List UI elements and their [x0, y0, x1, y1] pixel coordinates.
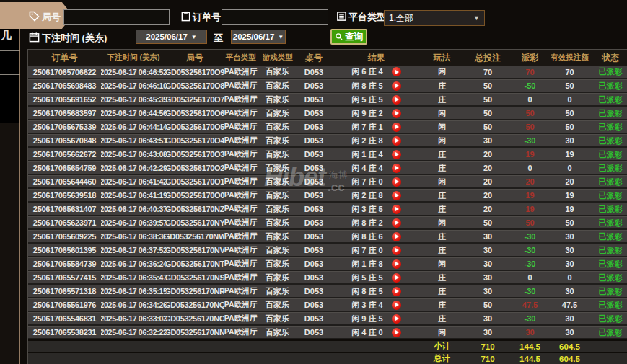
- cell-valid-bet: 30: [546, 231, 593, 242]
- replay-video-icon[interactable]: [392, 191, 401, 200]
- cell-play: 闲: [422, 217, 462, 228]
- total-row: 总计 710 144.5 604.5: [28, 353, 627, 364]
- search-button[interactable]: 查询: [330, 29, 367, 45]
- cell-table-no: D053: [297, 190, 330, 201]
- cell-game-type: 百家乐: [258, 66, 297, 78]
- replay-video-icon[interactable]: [392, 205, 401, 214]
- cell-order-no: 250617065577415: [28, 272, 101, 283]
- replay-video-icon[interactable]: [392, 232, 401, 241]
- result-score: 闲 8 庄 5: [351, 81, 382, 92]
- cell-result: 闲 9 庄 5: [330, 313, 422, 324]
- cell-order-no: 250617065623971: [28, 217, 101, 228]
- cell-result: 闲 7 庄 0: [330, 176, 422, 187]
- table-row: 250617065683597 2025-06-17 06:44:56 GD05…: [28, 107, 627, 120]
- cell-status: 已派彩: [593, 231, 627, 242]
- cell-platform: PA欧洲厅: [224, 66, 258, 78]
- date-to-select[interactable]: 2025/06/17 ▼: [231, 30, 286, 44]
- sidebar-item-partial[interactable]: 几: [1, 29, 12, 43]
- clipboard-icon: [180, 11, 191, 22]
- result-score: 闲 4 庄 4: [351, 163, 382, 174]
- cell-table-no: D053: [297, 203, 330, 215]
- cell-payout: -30: [514, 313, 546, 324]
- cell-order-no: 250617065698483: [28, 80, 101, 92]
- cell-valid-bet: 19: [546, 203, 593, 215]
- result-score: 闲 1 庄 8: [351, 259, 382, 270]
- cell-game-type: 百家乐: [258, 244, 297, 256]
- replay-video-icon[interactable]: [392, 67, 401, 76]
- replay-video-icon[interactable]: [392, 136, 401, 146]
- cell-order-no: 250617065644460: [28, 176, 101, 187]
- cell-play: 庄: [422, 313, 462, 324]
- table-body: 250617065706622 2025-06-17 06:46:52 GD05…: [28, 66, 627, 339]
- replay-video-icon[interactable]: [392, 81, 401, 91]
- cell-payout: 50: [514, 217, 546, 228]
- cell-game-type: 百家乐: [258, 217, 297, 228]
- replay-video-icon[interactable]: [392, 150, 401, 159]
- game-no-input[interactable]: [63, 9, 170, 25]
- cell-valid-bet: 50: [546, 217, 593, 228]
- cell-payout: 47.5: [514, 299, 546, 311]
- col-header-valid-bet: 有效投注额: [546, 50, 593, 66]
- platform-type-select[interactable]: 1.全部 ▼: [384, 10, 485, 26]
- cell-game-type: 百家乐: [258, 121, 297, 133]
- cell-payout: 19: [514, 148, 546, 160]
- cell-game-no: GD053256170NR: [166, 285, 224, 297]
- cell-bet-time: 2025-06-17 06:35:47: [101, 272, 166, 283]
- sidebar-divider: [0, 99, 20, 99]
- cell-status: 已派彩: [593, 148, 627, 160]
- order-no-label: 订单号: [193, 11, 221, 24]
- cell-table-no: D053: [297, 231, 330, 242]
- cell-order-no: 250617065675339: [28, 121, 101, 133]
- replay-video-icon[interactable]: [392, 95, 401, 105]
- cell-table-no: D053: [297, 121, 330, 133]
- cell-order-no: 250617065654759: [28, 162, 101, 174]
- cell-game-no: GD053256170O2: [166, 162, 224, 174]
- cell-status: 已派彩: [593, 272, 627, 283]
- sidebar-accent-line: [19, 26, 20, 364]
- list-icon: [336, 11, 347, 22]
- replay-video-icon[interactable]: [392, 164, 401, 173]
- col-header-platform: 平台类型: [224, 50, 258, 66]
- cell-total-bet: 20: [462, 176, 514, 187]
- replay-video-icon[interactable]: [392, 177, 401, 187]
- table-row: 250617065546831 2025-06-17 06:33:03 GD05…: [28, 312, 627, 326]
- cell-game-no: GD053256170O8: [166, 80, 224, 92]
- cell-payout: 0: [514, 94, 546, 105]
- date-from-select[interactable]: 2025/06/17 ▼: [136, 30, 207, 44]
- replay-video-icon[interactable]: [392, 123, 401, 132]
- cell-game-type: 百家乐: [258, 162, 297, 174]
- filter-toolbar: 局号 订单号 平台类型 1.全部 ▼ 下注时间 (美东) 2025/06/17 …: [20, 0, 627, 49]
- subtotal-total-bet: 710: [462, 341, 514, 352]
- order-no-input[interactable]: [222, 9, 328, 25]
- replay-video-icon[interactable]: [392, 273, 401, 283]
- cell-table-no: D053: [297, 217, 330, 228]
- replay-video-icon[interactable]: [392, 246, 401, 255]
- table-row: 250617065644460 2025-06-17 06:41:42 GD05…: [28, 175, 627, 189]
- cell-total-bet: 50: [462, 107, 514, 119]
- replay-video-icon[interactable]: [392, 328, 401, 337]
- cell-order-no: 250617065631407: [28, 203, 101, 215]
- cell-platform: PA欧洲厅: [224, 327, 258, 338]
- cell-total-bet: 50: [462, 121, 514, 133]
- cell-play: 庄: [422, 244, 462, 256]
- replay-video-icon[interactable]: [392, 287, 401, 296]
- table-row: 250617065691652 2025-06-17 06:45:35 GD05…: [28, 93, 627, 107]
- replay-video-icon[interactable]: [392, 314, 401, 324]
- sidebar-divider: [0, 123, 20, 123]
- cell-platform: PA欧洲厅: [224, 94, 258, 105]
- cell-valid-bet: 30: [546, 313, 593, 324]
- cell-payout: 50: [514, 107, 546, 119]
- replay-video-icon[interactable]: [392, 218, 401, 228]
- result-score: 闲 8 庄 2: [351, 218, 382, 228]
- cell-total-bet: 30: [462, 135, 514, 146]
- search-icon: [335, 32, 343, 41]
- replay-video-icon[interactable]: [392, 301, 401, 310]
- cell-result: 闲 8 庄 5: [330, 285, 422, 297]
- replay-video-icon[interactable]: [392, 259, 401, 269]
- cell-game-no: GD053256170O7: [166, 94, 224, 105]
- cell-order-no: 250617065639518: [28, 190, 101, 201]
- cell-game-no: GD053256170NV: [166, 244, 224, 256]
- cell-game-type: 百家乐: [258, 190, 297, 201]
- cell-total-bet: 30: [462, 327, 514, 338]
- replay-video-icon[interactable]: [392, 109, 401, 118]
